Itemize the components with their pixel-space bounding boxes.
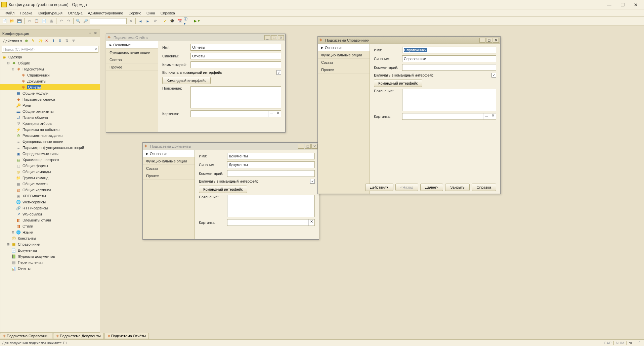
info-icon[interactable]: ⓘ ▾ [184,18,190,24]
search-input[interactable]: Поиск (Ctrl+Alt+M) ✕ [2,46,98,53]
picture-input[interactable]: ...✕ [402,113,496,120]
cmd-interface-button[interactable]: Командный интерфейс [199,186,247,193]
include-checkbox[interactable]: ✓ [310,179,315,184]
tree-item[interactable]: 🌐Web-сервисы [0,199,100,205]
tab-comp[interactable]: Состав [318,59,370,66]
actions-dropdown[interactable]: Действия ▾ [2,38,24,44]
tab-comp[interactable]: Состав [106,56,158,63]
nav-back-icon[interactable]: ◄ [137,18,144,24]
tree-item[interactable]: ⊞🌐Языки [0,229,100,235]
help-button[interactable]: Справка [472,184,496,191]
tree-item[interactable]: ⊞▦Справочники [0,241,100,247]
print-icon[interactable]: 🖶 [48,18,55,24]
syntax-check-icon[interactable]: ✓ [162,18,168,24]
minimize-icon[interactable]: _ [264,35,270,40]
close-icon[interactable]: ✕ [278,35,284,40]
tree-item[interactable]: ↗WS-ссылки [0,211,100,217]
menu-edit[interactable]: Правка [17,10,35,16]
tree-item[interactable]: ▣Определяемые типы [0,151,100,157]
tree-item[interactable]: 📊Отчеты [0,265,100,271]
tree-subsystems[interactable]: ⊟❋Подсистемы [0,66,100,72]
clear-icon[interactable]: ✕ [308,219,314,226]
open-icon[interactable]: 📂 [9,18,15,24]
name-input[interactable]: Справочники [402,47,496,53]
tab-other[interactable]: Прочее [106,63,158,71]
collapse-icon[interactable]: ⊟ [6,61,10,65]
tab-comp[interactable]: Состав [143,165,195,172]
redo-icon[interactable]: ↷ [65,18,72,24]
explain-textarea[interactable] [402,89,496,111]
include-checkbox[interactable]: ✓ [491,73,496,78]
tab-main[interactable]: ▶Основные [106,41,158,49]
tree-common[interactable]: ⊟❋Общие [0,60,100,66]
tree-item[interactable]: 🔗HTTP-сервисы [0,205,100,211]
close-icon[interactable]: ✕ [311,144,317,149]
synonym-input[interactable]: Справочники [402,55,496,62]
minimize-icon[interactable]: _ [479,38,485,43]
tree-sub-reference[interactable]: ❋Справочники [0,72,100,78]
tree-item[interactable]: 📗Журналы документов [0,253,100,259]
search-combo[interactable] [90,18,127,24]
config-tree[interactable]: ◉Одежда ⊟❋Общие ⊟❋Подсистемы ❋Справочник… [0,53,100,332]
tab-func[interactable]: Функциональные опции [318,51,370,59]
cmd-interface-button[interactable]: Командный интерфейс [374,80,422,87]
cut-icon[interactable]: ✂ [26,18,33,24]
tree-item[interactable]: 📁Группы команд [0,175,100,181]
bottom-tab-reports[interactable]: ❋Подсистема Отчёты [104,333,149,339]
close-panel-icon[interactable]: ✕ [93,31,98,36]
minimize-button[interactable]: — [602,1,616,8]
tree-item[interactable]: ≡Функциональные опции [0,139,100,145]
tree-item[interactable]: ▦Общие макеты [0,181,100,187]
bottom-tab-docs[interactable]: ❋Подсистема Документы [53,333,104,339]
tree-item[interactable]: 🔑Роли [0,102,100,108]
tree-root[interactable]: ◉Одежда [0,54,100,60]
delete-icon[interactable]: ✕ [45,39,50,44]
menu-service[interactable]: Сервис [126,10,144,16]
back-button[interactable]: <Назад [395,184,418,191]
tab-main[interactable]: ▶Основные [143,150,195,157]
explain-textarea[interactable] [227,195,315,217]
tree-item[interactable]: ⇄Планы обмена [0,114,100,120]
tree-item[interactable]: ⚡Подписки на события [0,127,100,133]
maximize-button[interactable]: ☐ [616,1,629,8]
name-input[interactable]: Документы [227,153,315,159]
filter-icon[interactable]: ⧩ [72,39,77,44]
tree-sub-reports[interactable]: ❋Отчёты [0,84,100,90]
dialog-titlebar[interactable]: ❋ Подсистема Отчёты _ □ ✕ [106,34,285,41]
tree-item[interactable]: ▦Общие модули [0,90,100,96]
tree-item[interactable]: ⒸКонстанты [0,235,100,241]
tree-item[interactable]: ▬Общие реквизиты [0,108,100,114]
new-icon[interactable]: 📄 [1,18,8,24]
picture-input[interactable]: ...✕ [190,110,281,117]
cmd-interface-button[interactable]: Командный интерфейс [162,77,211,84]
clear-icon[interactable]: ✕ [127,18,134,24]
maximize-icon[interactable]: □ [271,35,277,40]
dialog-titlebar[interactable]: ❋ Подсистема Документы _ □ ✕ [143,143,319,150]
menu-admin[interactable]: Администрирование [85,10,126,16]
dialog-reports[interactable]: ❋ Подсистема Отчёты _ □ ✕ ▶Основные Функ… [106,34,286,133]
menu-windows[interactable]: Окна [144,10,158,16]
menu-file[interactable]: Файл [3,10,17,16]
tree-item[interactable]: ▤Перечисления [0,259,100,265]
actions-button[interactable]: Действия ▾ [365,184,393,191]
synonym-input[interactable]: Документы [227,161,315,168]
edit-icon[interactable]: ✎ [32,39,37,44]
picture-input[interactable]: ...✕ [227,219,315,226]
nav-fwd-icon[interactable]: ► [144,18,151,24]
sort-icon[interactable]: ⇅ [65,39,71,44]
tab-func[interactable]: Функциональные опции [143,157,195,165]
clear-icon[interactable]: ✕ [275,111,281,117]
tree-item[interactable]: ◎Общие команды [0,169,100,175]
tree-item[interactable]: 📄Документы [0,247,100,253]
paste-icon[interactable]: 📄 [41,18,47,24]
bottom-tab-refs[interactable]: ❋Подсистема Справочни.. [0,333,52,339]
debug-icon[interactable]: 🎓 [169,18,176,24]
maximize-icon[interactable]: □ [486,38,492,43]
calendar-icon[interactable]: 📅 [176,18,183,24]
search-icon[interactable]: 🔎 [82,18,89,24]
comment-input[interactable] [227,170,315,177]
browse-icon[interactable]: ... [302,219,308,226]
dialog-references[interactable]: ❋ Подсистема Справочники _ □ ✕ ▶Основные… [317,36,501,194]
add-icon[interactable]: ⊕ [25,39,30,44]
comment-input[interactable] [402,64,496,71]
